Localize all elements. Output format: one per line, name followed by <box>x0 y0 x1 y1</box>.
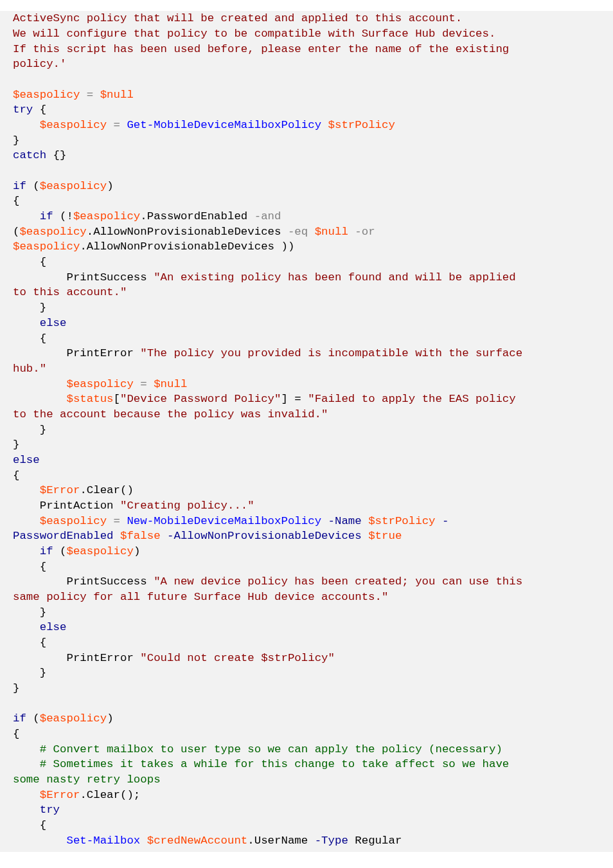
cmdlet: Get-MobileDeviceMailboxPolicy <box>127 119 321 131</box>
keyword-if: if <box>13 180 26 192</box>
variable: $easpolicy <box>13 89 80 101</box>
comment: # Sometimes it takes a while for this ch… <box>40 758 516 770</box>
keyword-catch: catch <box>13 149 46 161</box>
string-continuation: We will configure that policy to be comp… <box>13 28 495 40</box>
string-continuation: policy.' <box>13 58 67 70</box>
keyword-try: try <box>13 104 33 116</box>
code-block: ActiveSync policy that will be created a… <box>0 11 613 852</box>
comment: # Convert mailbox to user type so we can… <box>40 743 502 755</box>
string-continuation: ActiveSync policy that will be created a… <box>13 12 462 24</box>
string-literal: "An existing policy has been found and w… <box>154 271 522 284</box>
keyword-else: else <box>40 317 67 329</box>
string-continuation: If this script has been used before, ple… <box>13 43 516 55</box>
